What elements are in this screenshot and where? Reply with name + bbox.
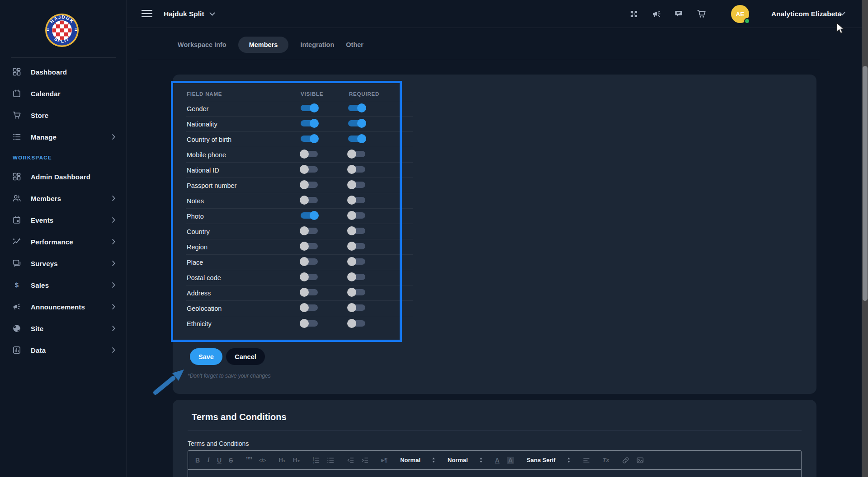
background-color-button[interactable]: A	[507, 457, 514, 464]
required-toggle[interactable]	[348, 228, 365, 234]
save-button[interactable]: Save	[190, 348, 222, 365]
sidebar-item-members[interactable]: Members	[0, 187, 126, 209]
required-toggle[interactable]	[348, 136, 365, 142]
visible-toggle[interactable]	[301, 151, 318, 157]
visible-toggle[interactable]	[301, 228, 318, 234]
sidebar-item-events[interactable]: Events	[0, 209, 126, 231]
code-block-button[interactable]: </>	[259, 458, 266, 463]
tabs-divider	[138, 59, 820, 59]
chevron-right-icon	[112, 347, 115, 353]
required-toggle[interactable]	[348, 105, 365, 111]
updown-arrows-icon	[432, 458, 435, 463]
visible-toggle[interactable]	[301, 120, 318, 126]
table-row: Mobile phone	[186, 147, 413, 163]
sidebar-item-announcements[interactable]: Announcements	[0, 296, 126, 318]
visible-toggle[interactable]	[301, 320, 318, 327]
data-icon	[13, 346, 21, 354]
blockquote-button[interactable]: ””	[245, 456, 251, 465]
field-name: Ethnicity	[186, 320, 300, 327]
font-family-select[interactable]: Sans Serif	[527, 457, 570, 463]
fullscreen-icon[interactable]	[629, 9, 638, 19]
store-icon	[13, 111, 21, 119]
column-header-visible: VISIBLE	[300, 91, 347, 97]
visible-toggle[interactable]	[301, 197, 318, 203]
visible-toggle[interactable]	[301, 243, 318, 249]
table-row: Ethnicity	[186, 316, 413, 332]
hamburger-menu-icon[interactable]	[142, 9, 152, 18]
field-name: Postal code	[186, 274, 300, 281]
heading-1-button[interactable]: H₁	[278, 457, 285, 463]
visible-toggle[interactable]	[301, 105, 318, 111]
avatar[interactable]: AE	[731, 5, 749, 23]
outdent-button[interactable]	[347, 457, 354, 464]
required-toggle[interactable]	[348, 166, 365, 173]
visible-toggle[interactable]	[301, 136, 318, 142]
text-direction-button[interactable]: ▸¶	[381, 457, 387, 463]
chevron-right-icon	[112, 326, 115, 331]
cancel-button[interactable]: Cancel	[226, 348, 265, 365]
visible-toggle[interactable]	[301, 212, 318, 219]
hajduk-split-logo[interactable]: HAJDUK SPLIT	[45, 13, 79, 47]
tab-other[interactable]: Other	[346, 37, 363, 53]
terms-rich-text-editor[interactable]: BIUS””</>H₁H₂123▸¶NormalNormalAASans Ser…	[188, 450, 802, 477]
line-spacing-select[interactable]: Normal	[448, 457, 482, 463]
required-toggle[interactable]	[348, 182, 365, 188]
terms-divider	[188, 430, 802, 431]
required-toggle[interactable]	[348, 197, 365, 203]
heading-2-button[interactable]: H₂	[293, 457, 300, 463]
sidebar-item-admin-dashboard[interactable]: Admin Dashboard	[0, 166, 126, 187]
required-toggle[interactable]	[348, 258, 365, 265]
sidebar-item-sales[interactable]: $Sales	[0, 274, 126, 296]
visible-toggle[interactable]	[301, 289, 318, 295]
cart-icon[interactable]	[697, 9, 706, 19]
page-scrollbar-thumb[interactable]	[863, 66, 868, 301]
visible-toggle[interactable]	[301, 182, 318, 188]
visible-toggle[interactable]	[301, 258, 318, 265]
user-menu-chevron-down-icon[interactable]	[839, 12, 845, 16]
admin-dashboard-icon	[13, 173, 21, 181]
required-toggle[interactable]	[348, 120, 365, 126]
required-toggle[interactable]	[348, 289, 365, 295]
required-toggle[interactable]	[348, 243, 365, 249]
sidebar-item-calendar[interactable]: Calendar	[0, 83, 126, 104]
sidebar-item-store[interactable]: Store	[0, 104, 126, 126]
bold-button[interactable]: B	[195, 457, 200, 464]
required-toggle[interactable]	[348, 212, 365, 219]
sidebar-item-manage[interactable]: Manage	[0, 126, 126, 148]
required-toggle[interactable]	[348, 304, 365, 311]
chat-icon[interactable]	[675, 9, 684, 19]
required-toggle[interactable]	[348, 320, 365, 327]
sidebar-item-performance[interactable]: Performance	[0, 231, 126, 253]
italic-button[interactable]: I	[207, 456, 210, 464]
announcements-icon[interactable]	[652, 9, 661, 19]
clear-formatting-button[interactable]: Tx	[603, 457, 609, 463]
sidebar-item-dashboard[interactable]: Dashboard	[0, 61, 126, 83]
user-menu[interactable]: Analyticom Elizabeta	[771, 0, 841, 28]
insert-link-button[interactable]	[622, 457, 629, 464]
sales-icon: $	[13, 281, 21, 289]
manage-icon	[13, 133, 21, 141]
sidebar-item-site[interactable]: Site	[0, 318, 126, 339]
visible-toggle[interactable]	[301, 304, 318, 311]
align-button[interactable]	[583, 457, 590, 464]
sidebar-item-data[interactable]: Data	[0, 339, 126, 361]
ordered-list-button[interactable]: 123	[312, 457, 320, 464]
insert-image-button[interactable]	[637, 457, 644, 464]
tab-integration[interactable]: Integration	[300, 37, 334, 53]
underline-button[interactable]: U	[217, 457, 222, 464]
dashboard-icon	[13, 68, 21, 76]
sidebar-item-surveys[interactable]: Surveys	[0, 253, 126, 274]
paragraph-style-select[interactable]: Normal	[400, 457, 435, 463]
required-toggle[interactable]	[348, 151, 365, 157]
tab-workspace-info[interactable]: Workspace Info	[178, 37, 226, 53]
visible-toggle[interactable]	[301, 166, 318, 173]
visible-toggle[interactable]	[301, 274, 318, 280]
workspace-selector[interactable]: Hajduk Split	[164, 0, 215, 28]
strikethrough-button[interactable]: S	[229, 457, 233, 464]
tab-members[interactable]: Members	[238, 37, 289, 53]
bullet-list-button[interactable]	[327, 457, 334, 464]
required-toggle[interactable]	[348, 274, 365, 280]
events-icon	[13, 216, 21, 224]
indent-button[interactable]	[361, 457, 368, 464]
text-color-button[interactable]: A	[495, 457, 500, 464]
